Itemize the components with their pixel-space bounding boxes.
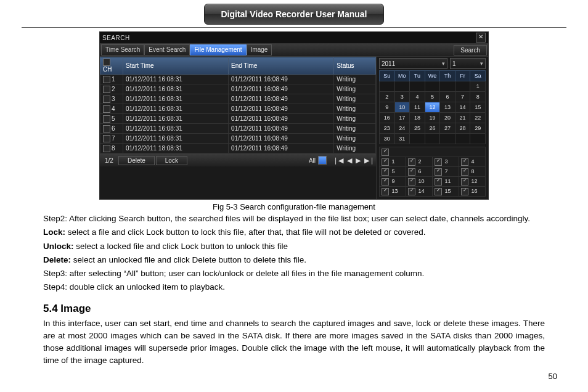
calendar-day[interactable]: 10 bbox=[394, 102, 410, 113]
channel-option[interactable]: 12 bbox=[459, 177, 486, 187]
table-row[interactable]: 701/12/2011 16:08:3101/12/2011 16:08:49W… bbox=[100, 134, 376, 144]
calendar-day[interactable]: 27 bbox=[440, 123, 455, 134]
channel-checkbox[interactable] bbox=[435, 188, 442, 195]
channel-option[interactable]: 11 bbox=[433, 177, 459, 187]
lock-button[interactable]: Lock bbox=[156, 156, 187, 165]
channel-checkbox[interactable] bbox=[461, 168, 468, 176]
row-checkbox[interactable] bbox=[103, 76, 110, 83]
table-row[interactable]: 201/12/2011 16:08:3101/12/2011 16:08:49W… bbox=[100, 84, 376, 94]
channel-checkbox[interactable] bbox=[461, 158, 468, 166]
channel-option[interactable]: 8 bbox=[459, 167, 486, 177]
calendar-day[interactable]: 19 bbox=[425, 113, 440, 123]
tab-time-search[interactable]: Time Search bbox=[101, 44, 144, 55]
channel-checkbox[interactable] bbox=[435, 178, 442, 186]
table-row[interactable]: 101/12/2011 16:08:3101/12/2011 16:08:49W… bbox=[100, 75, 376, 84]
select-all-button[interactable] bbox=[318, 156, 327, 165]
calendar-day[interactable]: 28 bbox=[455, 123, 470, 134]
first-page-icon[interactable]: ❘◀ bbox=[333, 157, 343, 165]
select-all-checkbox[interactable] bbox=[103, 59, 110, 66]
channel-option[interactable]: 16 bbox=[459, 187, 486, 197]
calendar-day[interactable]: 1 bbox=[470, 81, 486, 92]
calendar-day[interactable]: 9 bbox=[380, 102, 395, 113]
channel-checkbox[interactable] bbox=[408, 158, 415, 166]
calendar-day[interactable]: 30 bbox=[380, 134, 395, 144]
calendar-day[interactable]: 6 bbox=[440, 92, 455, 102]
channel-option[interactable]: 10 bbox=[406, 177, 433, 187]
channel-checkbox[interactable] bbox=[408, 168, 415, 176]
channel-checkbox[interactable] bbox=[461, 178, 468, 186]
row-checkbox[interactable] bbox=[103, 96, 110, 103]
calendar-day[interactable]: 3 bbox=[394, 92, 410, 102]
search-button[interactable]: Search bbox=[454, 45, 487, 55]
close-button[interactable]: ✕ bbox=[476, 33, 486, 43]
calendar-day[interactable]: 4 bbox=[410, 92, 425, 102]
calendar-day[interactable]: 17 bbox=[394, 113, 410, 123]
channel-checkbox[interactable] bbox=[435, 158, 442, 166]
year-select[interactable]: 2011 ▾ bbox=[379, 58, 447, 69]
calendar-day[interactable]: 13 bbox=[440, 102, 455, 113]
channel-option[interactable]: 5 bbox=[380, 167, 406, 177]
channel-select-all[interactable] bbox=[382, 149, 389, 156]
month-select[interactable]: 1 ▾ bbox=[450, 58, 486, 69]
calendar-day[interactable]: 15 bbox=[470, 102, 486, 113]
calendar-day[interactable]: 29 bbox=[470, 123, 486, 134]
channel-option[interactable]: 13 bbox=[380, 187, 406, 197]
tab-event-search[interactable]: Event Search bbox=[144, 44, 190, 55]
calendar-day[interactable]: 23 bbox=[380, 123, 395, 134]
channel-checkbox[interactable] bbox=[461, 188, 468, 195]
channel-checkbox[interactable] bbox=[435, 168, 442, 176]
channel-checkbox[interactable] bbox=[408, 178, 415, 186]
channel-checkbox[interactable] bbox=[382, 178, 389, 186]
col-end: End Time bbox=[229, 57, 334, 75]
channel-option[interactable]: 15 bbox=[433, 187, 459, 197]
row-checkbox[interactable] bbox=[103, 125, 110, 133]
channel-option[interactable]: 1 bbox=[380, 157, 406, 167]
channel-option[interactable]: 3 bbox=[433, 157, 459, 167]
calendar-day[interactable]: 25 bbox=[410, 123, 425, 134]
calendar-day[interactable]: 22 bbox=[470, 113, 486, 123]
calendar-day[interactable]: 11 bbox=[410, 102, 425, 113]
last-page-icon[interactable]: ▶❘ bbox=[364, 157, 375, 165]
calendar-day[interactable]: 21 bbox=[455, 113, 470, 123]
table-row[interactable]: 401/12/2011 16:08:3101/12/2011 16:08:49W… bbox=[100, 104, 376, 114]
channel-checkbox[interactable] bbox=[382, 188, 389, 195]
channel-option[interactable]: 14 bbox=[406, 187, 433, 197]
table-row[interactable]: 301/12/2011 16:08:3101/12/2011 16:08:49W… bbox=[100, 94, 376, 104]
calendar-day[interactable]: 18 bbox=[410, 113, 425, 123]
tab-image[interactable]: Image bbox=[247, 44, 272, 55]
table-row[interactable]: 801/12/2011 18:08:3101/12/2011 16:08:49W… bbox=[100, 144, 376, 153]
channel-checkbox[interactable] bbox=[382, 158, 389, 166]
calendar-day[interactable]: 26 bbox=[425, 123, 440, 134]
all-label: All bbox=[309, 157, 316, 164]
calendar-day[interactable]: 2 bbox=[380, 92, 395, 102]
image-paragraph: In this interface, user can set start, e… bbox=[43, 317, 545, 367]
delete-button[interactable]: Delete bbox=[118, 156, 155, 165]
row-checkbox[interactable] bbox=[103, 86, 110, 93]
calendar-day[interactable]: 12 bbox=[425, 102, 440, 113]
channel-option[interactable]: 9 bbox=[380, 177, 406, 187]
calendar-day[interactable]: 31 bbox=[394, 134, 410, 144]
table-row[interactable]: 501/12/2011 16:08:3101/12/2011 16:08:49W… bbox=[100, 114, 376, 124]
channel-option[interactable]: 7 bbox=[433, 167, 459, 177]
next-page-icon[interactable]: ▶ bbox=[356, 157, 361, 165]
channel-option[interactable]: 6 bbox=[406, 167, 433, 177]
channel-option[interactable]: 2 bbox=[406, 157, 433, 167]
row-checkbox[interactable] bbox=[103, 105, 110, 113]
channel-checkbox[interactable] bbox=[408, 188, 415, 195]
channel-option[interactable]: 4 bbox=[459, 157, 486, 167]
channel-checkbox[interactable] bbox=[382, 168, 389, 176]
calendar-day[interactable]: 24 bbox=[394, 123, 410, 134]
calendar-day[interactable]: 16 bbox=[380, 113, 395, 123]
col-ch: CH bbox=[100, 57, 123, 75]
table-row[interactable]: 601/12/2011 16:08:3101/12/2011 16:08:49W… bbox=[100, 124, 376, 134]
calendar-day[interactable]: 20 bbox=[440, 113, 455, 123]
calendar-day[interactable]: 7 bbox=[455, 92, 470, 102]
calendar-day[interactable]: 5 bbox=[425, 92, 440, 102]
tab-file-management[interactable]: File Management bbox=[190, 44, 246, 55]
prev-page-icon[interactable]: ◀ bbox=[347, 157, 352, 165]
row-checkbox[interactable] bbox=[103, 145, 110, 152]
calendar-day[interactable]: 8 bbox=[470, 92, 486, 102]
row-checkbox[interactable] bbox=[103, 135, 110, 142]
row-checkbox[interactable] bbox=[103, 115, 110, 123]
calendar-day[interactable]: 14 bbox=[455, 102, 470, 113]
